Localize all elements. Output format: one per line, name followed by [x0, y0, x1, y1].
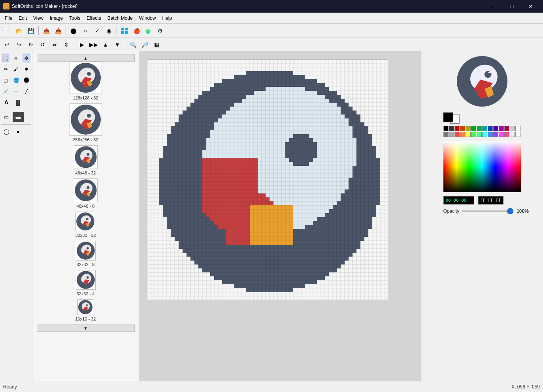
palette-offwhite[interactable] [510, 132, 515, 137]
circle2-button[interactable]: ○ [80, 25, 91, 36]
palette-blue2[interactable] [488, 132, 493, 137]
menu-tools[interactable]: Tools [66, 14, 83, 23]
grid-button[interactable]: ▦ [151, 39, 162, 50]
size-item-128x128-32[interactable]: 128x128 - 32 [70, 62, 102, 100]
up-button[interactable]: ▲ [100, 39, 111, 50]
palette-blue[interactable] [488, 126, 493, 131]
palette-gray2[interactable] [443, 132, 449, 137]
redo-button[interactable]: ↪ [13, 39, 25, 50]
palette-red2[interactable] [454, 132, 460, 137]
palette-cyan2[interactable] [482, 132, 487, 137]
size-item-256x256-32[interactable]: 256x256 - 32 [70, 103, 102, 142]
palette-white[interactable] [515, 126, 520, 131]
palette-green2[interactable] [471, 132, 476, 137]
text-tool[interactable]: A [1, 97, 12, 107]
palette-cyan[interactable] [482, 126, 487, 131]
palette-red[interactable] [454, 126, 460, 131]
palette-teal2[interactable] [477, 132, 482, 137]
restore-button[interactable]: □ [503, 0, 521, 13]
menu-help[interactable]: Help [159, 14, 175, 23]
size-item-32x32-8[interactable]: 32x32 - 8 [76, 241, 96, 267]
palette-nearwhite[interactable] [515, 132, 520, 137]
foreground-hex[interactable]: 00 00 00 [443, 196, 474, 204]
apple-button[interactable]: 🍎 [131, 25, 142, 36]
menu-effects[interactable]: Effects [83, 14, 104, 23]
android-button[interactable] [143, 25, 154, 36]
move-tool[interactable]: ✥ [22, 53, 31, 63]
menu-file[interactable]: File [2, 14, 15, 23]
opacity-slider[interactable] [462, 210, 513, 212]
export-button[interactable]: 📤 [53, 25, 64, 36]
menu-image[interactable]: Image [47, 14, 66, 23]
import-button[interactable]: 📥 [41, 25, 52, 36]
zoom-out-button[interactable]: 🔎 [139, 39, 150, 50]
gear-button[interactable]: ⚙ [155, 25, 166, 36]
rect-outline-tool[interactable]: ▭ [1, 112, 12, 122]
palette-pink-dark[interactable] [504, 126, 509, 131]
ellipse-outline-tool[interactable]: ◯ [1, 126, 12, 137]
smudge-tool[interactable]: 〰 [11, 86, 21, 96]
size-item-48x48-8[interactable]: 48x48 - 8 [74, 178, 98, 208]
main-canvas[interactable] [147, 59, 388, 300]
circle1-button[interactable]: ⬤ [68, 25, 79, 36]
fill-tool[interactable]: 🪣 [11, 75, 21, 85]
rotate-cw-button[interactable]: ↻ [25, 39, 36, 50]
size-item-48x48-32[interactable]: 48x48 - 32 [74, 145, 98, 175]
save-button[interactable]: 💾 [25, 25, 36, 36]
palette-magenta2[interactable] [499, 132, 504, 137]
size-item-32x32-4[interactable]: 32x32 - 4 [76, 270, 96, 296]
minimize-button[interactable]: – [484, 0, 502, 13]
palette-purple-dark[interactable] [493, 126, 498, 131]
check-button[interactable]: ✓ [92, 25, 103, 36]
rect-fill-tool[interactable]: ▬ [13, 112, 24, 122]
pixel-canvas[interactable] [147, 59, 388, 300]
menu-view[interactable]: View [30, 14, 47, 23]
palette-green[interactable] [471, 126, 476, 131]
palette-yellow-dark[interactable] [466, 126, 471, 131]
menu-window[interactable]: Window [136, 14, 159, 23]
color-pick-tool[interactable]: 💉 [1, 86, 10, 96]
palette-teal[interactable] [477, 126, 482, 131]
menu-batch-mode[interactable]: Batch Mode [104, 14, 136, 23]
foreground-color[interactable] [443, 113, 453, 122]
new-button[interactable]: 📄 [2, 25, 13, 36]
palette-pink2[interactable] [504, 132, 509, 137]
scroll-down-btn[interactable]: ▼ [37, 324, 135, 332]
windows-button[interactable] [119, 25, 130, 36]
down-button[interactable]: ▼ [112, 39, 123, 50]
palette-orange-dark[interactable] [460, 126, 465, 131]
palette-lightgray[interactable] [510, 126, 515, 131]
circle3-button[interactable]: ◉ [104, 25, 115, 36]
palette-orange2[interactable] [460, 132, 465, 137]
forward-button[interactable]: ▶▶ [88, 39, 99, 50]
color-gradient[interactable] [443, 141, 521, 192]
open-button[interactable]: 📂 [13, 25, 25, 36]
palette-gray3[interactable] [449, 132, 454, 137]
palette-black[interactable] [443, 126, 449, 131]
palette-darkgray[interactable] [449, 126, 454, 131]
select-rect-tool[interactable]: ⬚ [1, 53, 10, 63]
flip-v-button[interactable]: ⇕ [61, 39, 72, 50]
eraser-tool[interactable]: ◻ [1, 75, 10, 85]
palette-purple2[interactable] [493, 132, 498, 137]
brush-tool[interactable]: 🖌 [11, 64, 21, 74]
palette-yellow2[interactable] [466, 132, 471, 137]
zoom-in-button[interactable]: 🔍 [127, 39, 138, 50]
size-item-32x32-32[interactable]: 32x32 - 32 [75, 212, 96, 238]
color-canvas[interactable] [443, 141, 521, 192]
canvas-area[interactable] [139, 51, 420, 381]
menu-edit[interactable]: Edit [15, 14, 30, 23]
size-item-16x16-32[interactable]: 16x16 - 32 [75, 299, 96, 321]
flip-h-button[interactable]: ⇔ [49, 39, 60, 50]
scroll-up-btn[interactable]: ▲ [37, 54, 135, 62]
background-hex[interactable]: FF FF FF [478, 196, 504, 204]
undo-button[interactable]: ↩ [2, 39, 13, 50]
pencil-tool[interactable]: ✏ [1, 64, 10, 74]
close-button[interactable]: ✕ [522, 0, 540, 13]
ellipse-fill-tool[interactable]: ● [13, 126, 24, 137]
gradient-tool[interactable]: ▓ [13, 97, 24, 107]
line-tool[interactable]: ╱ [22, 86, 31, 96]
palette-magenta[interactable] [499, 126, 504, 131]
rotate-ccw-button[interactable]: ↺ [37, 39, 48, 50]
play-button[interactable]: ▶ [76, 39, 87, 50]
